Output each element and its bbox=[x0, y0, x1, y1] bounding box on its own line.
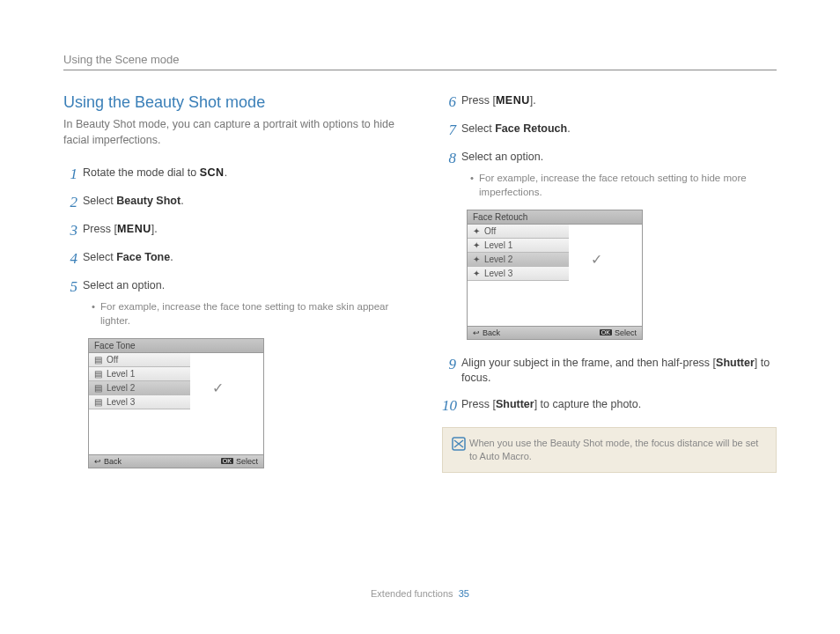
page-footer: Extended functions 35 bbox=[0, 588, 840, 599]
back-label[interactable]: Back bbox=[104, 457, 122, 466]
text: Align your subject in the frame, and the… bbox=[461, 357, 716, 369]
text: Select an option. bbox=[83, 279, 165, 291]
menu-body bbox=[468, 281, 642, 327]
step-text: Select an option. • For example, increas… bbox=[461, 150, 777, 199]
bullet-icon: • bbox=[470, 171, 474, 199]
ok-icon: OK bbox=[600, 329, 612, 335]
menu-icon: MENU bbox=[496, 94, 530, 107]
step-number: 6 bbox=[442, 93, 461, 111]
menu-item-level2[interactable]: ✦Level 2✓ bbox=[468, 253, 569, 267]
text: . bbox=[181, 195, 183, 207]
step-sub: • For example, increase the face retouch… bbox=[461, 171, 777, 199]
step-text: Select Beauty Shot. bbox=[83, 194, 184, 210]
retouch-icon: ✦ bbox=[473, 254, 480, 264]
ok-icon: OK bbox=[221, 458, 233, 464]
step-number: 4 bbox=[63, 250, 83, 268]
label: Level 3 bbox=[107, 397, 135, 407]
text: . bbox=[567, 122, 570, 135]
select-label[interactable]: Select bbox=[236, 457, 258, 466]
face-tone-menu: Face Tone ▤Off ▤Level 1 ▤Level 2✓ ▤Level… bbox=[88, 338, 264, 468]
text: Rotate the mode dial to bbox=[83, 166, 200, 179]
text: ] to capture the photo. bbox=[534, 398, 642, 410]
face-icon: ▤ bbox=[94, 383, 102, 393]
bold: Shutter bbox=[716, 357, 755, 369]
menu-title: Face Tone bbox=[89, 339, 263, 353]
label: Level 3 bbox=[484, 269, 512, 278]
left-column: Using the Beauty Shot mode In Beauty Sho… bbox=[63, 93, 398, 484]
face-icon: ▤ bbox=[94, 369, 102, 379]
label: Off bbox=[107, 355, 118, 365]
back-icon: ↩ bbox=[473, 328, 480, 337]
sub-text: For example, increase the face retouch s… bbox=[479, 171, 777, 199]
right-column: 6 Press [MENU]. 7 Select Face Retouch. 8… bbox=[442, 93, 777, 484]
menu-item-level2[interactable]: ▤Level 2✓ bbox=[89, 381, 190, 395]
back-label[interactable]: Back bbox=[483, 328, 500, 337]
text: ]. bbox=[530, 94, 536, 107]
text: ]. bbox=[151, 223, 158, 235]
menu-list: ✦Off ✦Level 1 ✦Level 2✓ ✦Level 3 bbox=[468, 225, 642, 281]
step-2: 2 Select Beauty Shot. bbox=[63, 194, 398, 211]
select-label[interactable]: Select bbox=[615, 328, 637, 337]
face-icon: ▤ bbox=[94, 355, 102, 365]
page: Using the Scene mode Using the Beauty Sh… bbox=[0, 0, 840, 484]
chapter-header: Using the Scene mode bbox=[63, 53, 777, 70]
step-1: 1 Rotate the mode dial to SCN. bbox=[63, 166, 398, 183]
menu-item-level1[interactable]: ✦Level 1 bbox=[468, 239, 569, 253]
step-sub: • For example, increase the face tone se… bbox=[83, 299, 398, 328]
step-4: 4 Select Face Tone. bbox=[63, 250, 398, 268]
step-text: Press [MENU]. bbox=[83, 222, 158, 238]
step-number: 10 bbox=[442, 397, 461, 415]
text: Press [ bbox=[83, 223, 117, 235]
intro-text: In Beauty Shot mode, you can capture a p… bbox=[63, 117, 398, 148]
menu-item-level3[interactable]: ✦Level 3 bbox=[468, 267, 569, 281]
label: Level 2 bbox=[107, 383, 135, 393]
text: Select bbox=[461, 122, 495, 135]
face-icon: ▤ bbox=[94, 397, 102, 407]
note-icon bbox=[452, 437, 469, 464]
text: . bbox=[170, 251, 173, 263]
sub-text: For example, increase the face tone sett… bbox=[100, 299, 398, 328]
note-text: When you use the Beauty Shot mode, the f… bbox=[469, 437, 767, 464]
step-text: Press [Shutter] to capture the photo. bbox=[461, 397, 641, 413]
step-text: Select an option. • For example, increas… bbox=[83, 278, 398, 328]
label: Level 1 bbox=[107, 369, 135, 379]
text: Select bbox=[83, 251, 116, 263]
step-number: 5 bbox=[63, 278, 83, 296]
step-number: 8 bbox=[442, 150, 461, 167]
step-text: Select Face Tone. bbox=[83, 250, 173, 266]
bullet-icon: • bbox=[92, 299, 95, 328]
text: Press [ bbox=[461, 94, 496, 107]
text: Select an option. bbox=[461, 151, 543, 163]
step-6: 6 Press [MENU]. bbox=[442, 93, 777, 111]
footer-section: Extended functions bbox=[371, 588, 453, 599]
step-text: Select Face Retouch. bbox=[461, 122, 571, 137]
retouch-icon: ✦ bbox=[473, 240, 480, 250]
menu-item-level3[interactable]: ▤Level 3 bbox=[89, 395, 190, 409]
retouch-icon: ✦ bbox=[473, 226, 480, 236]
note-box: When you use the Beauty Shot mode, the f… bbox=[442, 427, 777, 474]
menu-item-off[interactable]: ▤Off bbox=[89, 353, 190, 367]
bold: Face Tone bbox=[116, 251, 170, 263]
menu-body bbox=[89, 409, 263, 455]
scn-icon: SCN bbox=[200, 166, 225, 179]
menu-title: Face Retouch bbox=[468, 210, 642, 225]
menu-footer: ↩Back OKSelect bbox=[89, 455, 263, 468]
text: . bbox=[225, 166, 227, 179]
retouch-icon: ✦ bbox=[473, 269, 480, 278]
step-10: 10 Press [Shutter] to capture the photo. bbox=[442, 397, 777, 415]
step-number: 9 bbox=[442, 356, 461, 373]
step-7: 7 Select Face Retouch. bbox=[442, 122, 777, 139]
label: Level 1 bbox=[484, 240, 512, 250]
step-9: 9 Align your subject in the frame, and t… bbox=[442, 356, 777, 387]
label: Level 2 bbox=[484, 254, 512, 264]
step-number: 2 bbox=[63, 194, 83, 211]
section-title: Using the Beauty Shot mode bbox=[63, 93, 398, 112]
page-number: 35 bbox=[459, 588, 469, 599]
menu-item-off[interactable]: ✦Off bbox=[468, 225, 569, 239]
menu-icon: MENU bbox=[117, 223, 151, 235]
columns: Using the Beauty Shot mode In Beauty Sho… bbox=[63, 93, 777, 484]
check-icon: ✓ bbox=[212, 380, 224, 396]
bold: Shutter bbox=[496, 398, 534, 410]
menu-list: ▤Off ▤Level 1 ▤Level 2✓ ▤Level 3 bbox=[89, 353, 263, 409]
menu-item-level1[interactable]: ▤Level 1 bbox=[89, 367, 190, 381]
